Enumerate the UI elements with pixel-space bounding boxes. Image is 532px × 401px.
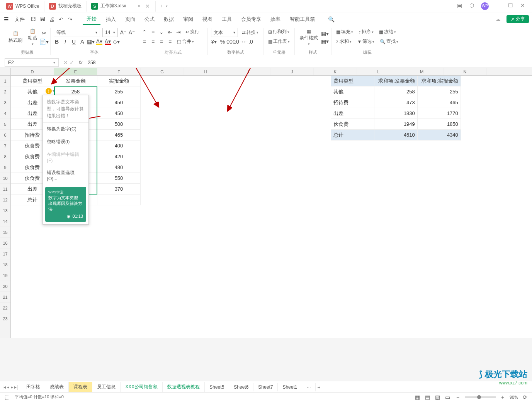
- rowhdr[interactable]: 8: [0, 151, 10, 162]
- align-right-icon[interactable]: ≡: [158, 39, 165, 45]
- view-break-icon[interactable]: ▧: [435, 394, 441, 400]
- rowhdr[interactable]: 13: [0, 205, 10, 216]
- font-grow-icon[interactable]: A⁺: [120, 29, 126, 36]
- spreadsheet-grid[interactable]: D E F G H I J K L M N 123456789101112131…: [0, 68, 532, 338]
- save-icon[interactable]: 🖫: [30, 16, 36, 22]
- cell[interactable]: 1830: [374, 108, 418, 119]
- rowhdr[interactable]: 1: [0, 76, 10, 86]
- tab-smart[interactable]: 智能工具箱: [286, 14, 319, 24]
- new-tab[interactable]: + ▾: [156, 1, 172, 12]
- rowcol-button[interactable]: ⊞行和列▾: [267, 28, 291, 36]
- accept-fx-icon[interactable]: ✓: [69, 59, 75, 66]
- sheet-tab[interactable]: Sheet7: [253, 383, 278, 391]
- cube-icon[interactable]: ⬡: [469, 2, 475, 8]
- align-bot-icon[interactable]: ⌄: [158, 29, 165, 35]
- cell[interactable]: 255: [418, 86, 461, 97]
- rowhdr[interactable]: 19: [0, 270, 10, 281]
- convert-button[interactable]: ⇄转换▾: [240, 29, 260, 37]
- cell[interactable]: 其他: [331, 86, 374, 97]
- rowhdr[interactable]: 17: [0, 249, 10, 259]
- format-painter[interactable]: 📋格式刷: [7, 30, 24, 44]
- currency-icon[interactable]: ¥▾: [211, 39, 217, 45]
- sheet-tab[interactable]: 员工信息: [92, 382, 121, 392]
- dec-inc-icon[interactable]: .0→: [236, 39, 243, 45]
- tab-tools[interactable]: 工具: [218, 14, 236, 24]
- colhdr-n[interactable]: N: [444, 68, 487, 75]
- redo-icon[interactable]: ↷: [67, 16, 73, 22]
- sheet-tab[interactable]: 数据透视表教程: [163, 382, 205, 392]
- rowhdr[interactable]: 16: [0, 238, 10, 249]
- tab-member[interactable]: 会员专享: [237, 14, 265, 24]
- popup-ignore-error[interactable]: 忽略错误(I): [43, 135, 88, 148]
- colhdr-d[interactable]: D: [11, 68, 54, 75]
- share-button[interactable]: ↗分享: [507, 15, 529, 23]
- view-normal-icon[interactable]: ▦: [415, 394, 421, 400]
- font-size-select[interactable]: 14▾: [102, 28, 118, 37]
- view-page-icon[interactable]: ▤: [425, 394, 431, 400]
- cell[interactable]: 求和项:发票金额: [374, 76, 418, 86]
- dec-dec-icon[interactable]: ←.0: [245, 39, 251, 45]
- clear-format-icon[interactable]: ◇▾: [113, 39, 119, 45]
- zoom-slider[interactable]: [465, 396, 496, 398]
- error-indicator-icon[interactable]: !: [46, 88, 52, 94]
- cut-icon[interactable]: ✂: [41, 30, 47, 36]
- tab-efficiency[interactable]: 效率: [267, 14, 284, 24]
- cell[interactable]: 出差: [331, 108, 374, 119]
- rowhdr[interactable]: 15: [0, 227, 10, 238]
- strike-icon[interactable]: A̶: [79, 39, 85, 45]
- rowhdr[interactable]: 11: [0, 184, 10, 195]
- align-mid-icon[interactable]: ≡: [150, 29, 156, 35]
- colhdr-e[interactable]: E: [54, 68, 97, 75]
- filter-button[interactable]: ▼筛选▾: [355, 37, 376, 46]
- paste-button[interactable]: 📋粘贴▾: [26, 28, 39, 47]
- rowhdr[interactable]: 3: [0, 97, 10, 108]
- menu-icon[interactable]: ☰: [3, 16, 9, 22]
- popup-convert-number[interactable]: 转换为数字(C): [43, 123, 88, 135]
- colhdr-g[interactable]: G: [141, 68, 184, 75]
- cell[interactable]: 450: [97, 108, 141, 119]
- highlight-icon[interactable]: A▾: [96, 39, 102, 45]
- align-center-icon[interactable]: ≡: [150, 39, 156, 45]
- file-menu[interactable]: 文件: [11, 14, 29, 24]
- fontcolor-icon[interactable]: A▾: [105, 39, 111, 45]
- rowhdr[interactable]: 5: [0, 119, 10, 130]
- colhdr-m[interactable]: M: [400, 68, 444, 75]
- cell[interactable]: 4340: [418, 130, 461, 140]
- colhdr-h[interactable]: H: [184, 68, 227, 75]
- sheet-tab[interactable]: Sheet5: [205, 383, 229, 391]
- rowhdr[interactable]: 20: [0, 281, 10, 292]
- cell[interactable]: 370: [97, 184, 141, 195]
- align-left-icon[interactable]: ≡: [141, 39, 148, 45]
- rowhdr[interactable]: 10: [0, 173, 10, 184]
- rowhdr[interactable]: 4: [0, 108, 10, 119]
- tab-page[interactable]: 页面: [121, 14, 139, 24]
- rowhdr[interactable]: 18: [0, 259, 10, 270]
- find-button[interactable]: 🔍查找▾: [378, 37, 400, 46]
- sheet-tab[interactable]: XXX公司销售额: [121, 382, 163, 392]
- cell[interactable]: 550: [97, 173, 141, 184]
- tab-formula[interactable]: 公式: [141, 14, 158, 24]
- file-tab[interactable]: S 工作簿3.xlsx ⚬ ✕: [87, 1, 156, 12]
- freeze-button[interactable]: ▦冻结▾: [377, 28, 398, 36]
- close-tab-icon[interactable]: ✕: [144, 3, 151, 9]
- popup-video-card[interactable]: WPS学堂 数字为文本类型 出现原因及解决方法 ◉01:13: [45, 187, 86, 222]
- sheet-tab-active[interactable]: 课程表: [69, 382, 92, 392]
- table-style-icon[interactable]: ▦▾: [322, 38, 328, 44]
- cell[interactable]: 500: [97, 119, 141, 130]
- minimize-icon[interactable]: —: [495, 2, 501, 8]
- cell[interactable]: 473: [374, 97, 418, 108]
- cell[interactable]: 420: [97, 151, 141, 162]
- fill-button[interactable]: ▦填充▾: [335, 28, 355, 36]
- zoom-reset-icon[interactable]: ⟳: [522, 394, 528, 400]
- cell[interactable]: 总计: [331, 130, 374, 140]
- sheet-tab[interactable]: Sheet1: [278, 383, 302, 391]
- cell[interactable]: 招待费: [331, 97, 374, 108]
- close-icon[interactable]: ✕: [520, 2, 526, 8]
- sheet-tab[interactable]: Sheet6: [229, 383, 253, 391]
- zoom-in-icon[interactable]: +: [500, 394, 506, 400]
- tab-review[interactable]: 审阅: [179, 14, 197, 24]
- fx-label[interactable]: fx: [75, 60, 86, 65]
- sheet-tab[interactable]: 田字格: [22, 382, 45, 392]
- cell[interactable]: [97, 195, 141, 205]
- cell-style-icon[interactable]: ▦▾: [322, 30, 328, 37]
